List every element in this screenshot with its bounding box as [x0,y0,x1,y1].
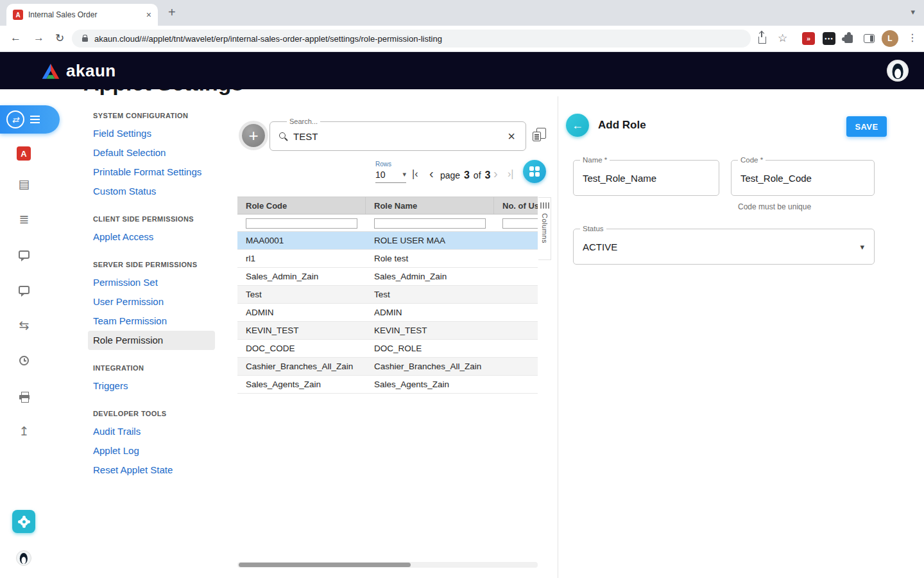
browser-tab[interactable]: A Internal Sales Order × [6,4,158,26]
tab-close-icon[interactable]: × [146,10,151,20]
extension-icon-red[interactable]: » [802,32,815,45]
receipt-icon[interactable]: ▤ [0,175,48,193]
table-row[interactable]: DOC_CODEDOC_ROLE [237,340,538,358]
app-header: akaun [0,52,924,89]
applet-switcher[interactable]: ⇄ [0,105,60,134]
rows-value: 10 [375,170,386,180]
name-field[interactable]: Name * Test_Role_Name [573,160,719,196]
table-row[interactable]: MAA0001ROLE USER MAA [237,232,538,250]
role-code-cell: ADMIN [237,308,366,317]
transfer-icon[interactable]: ⇆ [0,316,48,334]
copy-glyph-icon [533,132,541,141]
table-row[interactable]: Cashier_Branches_All_ZainCashier_Branche… [237,358,538,376]
nav-item-audit-trails[interactable]: Audit Trails [88,422,215,441]
browser-reload-icon[interactable]: ↻ [55,31,64,45]
back-button[interactable]: ← [566,114,589,137]
nav-item-role-permission[interactable]: Role Permission [88,331,215,350]
table-row[interactable]: TestTest [237,286,538,304]
role-name-cell: ROLE USER MAA [366,236,494,245]
prev-page-button[interactable]: ‹ [429,166,434,181]
extensions-puzzle-icon[interactable] [844,35,853,43]
new-tab-button[interactable]: + [168,5,176,20]
column-header-2[interactable]: No. of Us... [494,197,538,214]
role-name-cell: ADMIN [366,308,494,317]
pdf-app-icon[interactable]: A [17,146,31,161]
name-input[interactable]: Test_Role_Name [583,173,656,184]
akaun-logo[interactable]: akaun [41,61,116,81]
upload-icon[interactable]: ↥ [0,422,48,440]
table-row[interactable]: ADMINADMIN [237,304,538,322]
table-row[interactable]: KEVIN_TESTKEVIN_TEST [237,322,538,340]
chat-icon[interactable] [0,245,48,263]
extension-icon-dark[interactable]: ●●● [823,32,835,45]
search-input[interactable]: TEST [293,131,318,142]
copy-icon[interactable] [531,128,547,144]
clock-icon [19,356,29,365]
user-avatar-penguin[interactable] [887,60,909,82]
nav-item-default-selection[interactable]: Default Selection [88,143,215,162]
status-select[interactable]: Status ACTIVE ▾ [573,229,875,265]
grid-view-button[interactable] [523,160,546,183]
browser-back-icon[interactable]: ← [10,31,21,44]
history-icon[interactable] [0,351,48,369]
rows-value-box[interactable]: 10 ▾ [375,169,406,183]
settings-nav: SYSTEM CONFIGURATIONField SettingsDefaul… [88,108,215,480]
nav-item-applet-log[interactable]: Applet Log [88,441,215,460]
penguin-icon[interactable] [16,550,31,566]
nav-item-applet-access[interactable]: Applet Access [88,227,215,247]
browser-addressbar: ← → ↻ akaun.cloud/#/applet/tnt/wavelet/e… [0,26,924,52]
nav-item-triggers[interactable]: Triggers [88,376,215,396]
tab-search-chevron-icon[interactable]: ▾ [911,7,915,17]
browser-profile-avatar[interactable]: L [882,30,898,47]
roles-table: Role CodeRole NameNo. of Us... MAA0001RO… [237,197,538,394]
columns-tab[interactable]: Columns [538,197,551,260]
akaun-logo-icon [41,62,60,80]
table-row[interactable]: Sales_Admin_ZainSales_Admin_Zain [237,268,538,286]
settings-button[interactable] [12,510,35,533]
column-header-1[interactable]: Role Name [366,197,494,214]
share-icon[interactable] [758,37,766,44]
nav-item-printable-format-settings[interactable]: Printable Format Settings [88,162,215,182]
search-field[interactable]: Search... TEST × [270,121,526,151]
nav-item-user-permission[interactable]: User Permission [88,292,215,311]
url-bar[interactable]: akaun.cloud/#/applet/tnt/wavelet/erp/int… [72,30,751,48]
side-panel-icon[interactable] [864,34,875,43]
nav-item-custom-status[interactable]: Custom Status [88,182,215,201]
browser-forward-icon[interactable]: → [33,31,44,44]
bookmark-star-icon[interactable]: ☆ [778,31,787,45]
table-row[interactable]: rl1Role test [237,250,538,268]
role-code-cell: DOC_CODE [237,344,366,353]
table-header-row: Role CodeRole NameNo. of Us... [237,197,538,215]
nav-item-team-permission[interactable]: Team Permission [88,311,215,331]
first-page-button[interactable]: |‹ [412,168,418,180]
filter-input-0[interactable] [246,218,357,229]
nav-item-permission-set[interactable]: Permission Set [88,273,215,292]
table-row[interactable]: Sales_Agents_ZainSales_Agents_Zain [237,376,538,394]
name-label: Name * [580,156,610,164]
clear-search-icon[interactable]: × [508,129,515,144]
screen: A Internal Sales Order × + ▾ ← → ↻ akaun… [0,0,924,578]
list-icon[interactable]: ≣ [0,210,48,228]
code-field[interactable]: Code * Test_Role_Code [731,160,875,196]
printer-icon[interactable] [0,387,48,405]
nav-section-header: CLIENT SIDE PERMISSIONS [93,215,215,223]
scrollbar-thumb[interactable] [239,563,411,567]
browser-menu-icon[interactable]: ⋮ [907,31,918,44]
status-caret-icon: ▾ [860,242,864,252]
chat-icon-2[interactable] [0,281,48,299]
code-input[interactable]: Test_Role_Code [740,173,812,184]
last-page-button[interactable]: ›| [508,168,513,180]
add-role-button[interactable]: + [242,124,265,147]
nav-item-field-settings[interactable]: Field Settings [88,124,215,143]
collapse-menu-icon[interactable] [30,119,40,120]
page-current: 3 [463,170,471,180]
filter-input-2[interactable] [502,218,538,229]
save-button[interactable]: SAVE [846,116,887,137]
rows-per-page-select[interactable]: Rows 10 ▾ [375,161,409,183]
nav-item-reset-applet-state[interactable]: Reset Applet State [88,460,215,480]
switch-applet-icon[interactable]: ⇄ [6,110,24,128]
horizontal-scrollbar[interactable] [237,562,538,568]
column-header-0[interactable]: Role Code [237,197,366,214]
filter-input-1[interactable] [374,218,486,229]
next-page-button[interactable]: › [493,166,498,181]
